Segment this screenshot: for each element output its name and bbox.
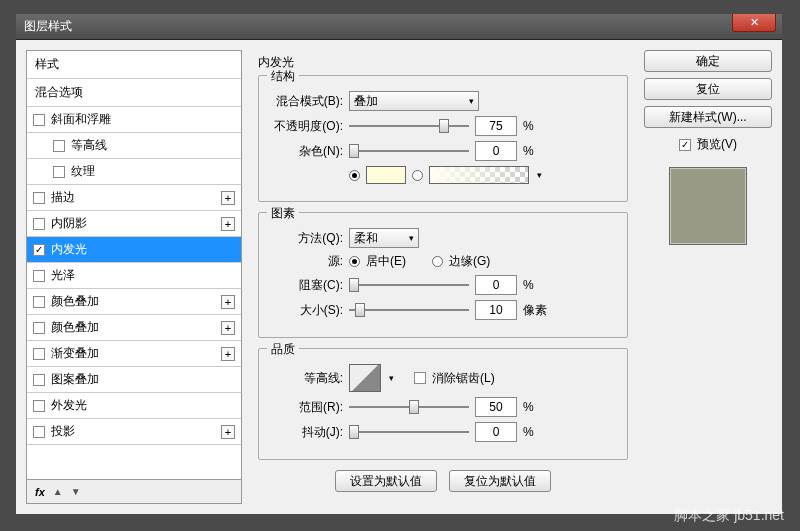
sidebar-item-label: 投影	[51, 423, 75, 440]
sidebar-item-label: 内发光	[51, 241, 87, 258]
sidebar-checkbox[interactable]	[53, 166, 65, 178]
range-label: 范围(R):	[271, 399, 343, 416]
sidebar-checkbox[interactable]	[33, 192, 45, 204]
new-style-button[interactable]: 新建样式(W)...	[644, 106, 772, 128]
sidebar-checkbox[interactable]	[33, 348, 45, 360]
technique-select[interactable]: 柔和▾	[349, 228, 419, 248]
plus-icon[interactable]: +	[221, 425, 235, 439]
color-swatch[interactable]	[366, 166, 406, 184]
jitter-label: 抖动(J):	[271, 424, 343, 441]
sidebar-checkbox[interactable]	[33, 218, 45, 230]
chevron-down-icon[interactable]: ▾	[389, 373, 394, 383]
plus-icon[interactable]: +	[221, 295, 235, 309]
styles-sidebar: 样式 混合选项 斜面和浮雕等高线纹理描边+内阴影+内发光光泽颜色叠加+颜色叠加+…	[26, 50, 242, 504]
close-button[interactable]: ✕	[732, 14, 776, 32]
jitter-unit: %	[523, 425, 547, 439]
blend-mode-select[interactable]: 叠加▾	[349, 91, 479, 111]
choke-slider[interactable]	[349, 277, 469, 293]
plus-icon[interactable]: +	[221, 321, 235, 335]
settings-panel: 内发光 结构 混合模式(B): 叠加▾ 不透明度(O): 75 % 杂色(N):	[250, 50, 636, 504]
fx-icon[interactable]: fx	[35, 486, 45, 498]
choke-unit: %	[523, 278, 547, 292]
sidebar-checkbox[interactable]	[33, 426, 45, 438]
sidebar-checkbox[interactable]	[33, 244, 45, 256]
source-edge-label: 边缘(G)	[449, 253, 490, 270]
sidebar-item-6[interactable]: 光泽	[27, 263, 241, 289]
sidebar-checkbox[interactable]	[33, 374, 45, 386]
arrow-down-icon[interactable]: ▼	[71, 486, 81, 497]
sidebar-checkbox[interactable]	[33, 296, 45, 308]
sidebar-item-1[interactable]: 等高线	[27, 133, 241, 159]
sidebar-item-8[interactable]: 颜色叠加+	[27, 315, 241, 341]
sidebar-checkbox[interactable]	[53, 140, 65, 152]
noise-input[interactable]: 0	[475, 141, 517, 161]
sidebar-item-label: 内阴影	[51, 215, 87, 232]
sidebar-checkbox[interactable]	[33, 400, 45, 412]
reset-button[interactable]: 复位	[644, 78, 772, 100]
antialias-label: 消除锯齿(L)	[432, 370, 495, 387]
structure-legend: 结构	[267, 68, 299, 85]
sidebar-item-11[interactable]: 外发光	[27, 393, 241, 419]
plus-icon[interactable]: +	[221, 347, 235, 361]
sidebar-checkbox[interactable]	[33, 114, 45, 126]
chevron-down-icon: ▾	[469, 96, 474, 106]
sidebar-item-3[interactable]: 描边+	[27, 185, 241, 211]
preview-label: 预览(V)	[697, 136, 737, 153]
sidebar-checkbox[interactable]	[33, 322, 45, 334]
opacity-label: 不透明度(O):	[271, 118, 343, 135]
sidebar-item-label: 等高线	[71, 137, 107, 154]
opacity-input[interactable]: 75	[475, 116, 517, 136]
plus-icon[interactable]: +	[221, 217, 235, 231]
arrow-up-icon[interactable]: ▲	[53, 486, 63, 497]
source-center-radio[interactable]	[349, 256, 360, 267]
range-slider[interactable]	[349, 399, 469, 415]
sidebar-item-9[interactable]: 渐变叠加+	[27, 341, 241, 367]
opacity-slider[interactable]	[349, 118, 469, 134]
gradient-picker[interactable]	[429, 166, 529, 184]
contour-picker[interactable]	[349, 364, 381, 392]
reset-default-button[interactable]: 复位为默认值	[449, 470, 551, 492]
sidebar-item-4[interactable]: 内阴影+	[27, 211, 241, 237]
sidebar-item-0[interactable]: 斜面和浮雕	[27, 107, 241, 133]
elements-legend: 图素	[267, 205, 299, 222]
jitter-slider[interactable]	[349, 424, 469, 440]
source-edge-radio[interactable]	[432, 256, 443, 267]
plus-icon[interactable]: +	[221, 191, 235, 205]
source-center-label: 居中(E)	[366, 253, 406, 270]
ok-button[interactable]: 确定	[644, 50, 772, 72]
sidebar-item-12[interactable]: 投影+	[27, 419, 241, 445]
jitter-input[interactable]: 0	[475, 422, 517, 442]
technique-label: 方法(Q):	[271, 230, 343, 247]
noise-slider[interactable]	[349, 143, 469, 159]
sidebar-item-2[interactable]: 纹理	[27, 159, 241, 185]
sidebar-item-10[interactable]: 图案叠加	[27, 367, 241, 393]
quality-group: 品质 等高线: ▾ 消除锯齿(L) 范围(R): 50 % 抖动(J):	[258, 348, 628, 460]
chevron-down-icon[interactable]: ▾	[537, 170, 542, 180]
contour-label: 等高线:	[271, 370, 343, 387]
color-radio[interactable]	[349, 170, 360, 181]
make-default-button[interactable]: 设置为默认值	[335, 470, 437, 492]
sidebar-checkbox[interactable]	[33, 270, 45, 282]
range-unit: %	[523, 400, 547, 414]
elements-group: 图素 方法(Q): 柔和▾ 源: 居中(E) 边缘(G) 阻塞(C):	[258, 212, 628, 338]
opacity-unit: %	[523, 119, 547, 133]
size-input[interactable]: 10	[475, 300, 517, 320]
antialias-checkbox[interactable]	[414, 372, 426, 384]
source-label: 源:	[271, 253, 343, 270]
sidebar-item-5[interactable]: 内发光	[27, 237, 241, 263]
sidebar-item-label: 描边	[51, 189, 75, 206]
size-label: 大小(S):	[271, 302, 343, 319]
preview-swatch	[669, 167, 747, 245]
preview-checkbox[interactable]	[679, 139, 691, 151]
title-bar: 图层样式 ✕	[16, 14, 782, 40]
sidebar-item-7[interactable]: 颜色叠加+	[27, 289, 241, 315]
range-input[interactable]: 50	[475, 397, 517, 417]
sidebar-item-label: 外发光	[51, 397, 87, 414]
choke-input[interactable]: 0	[475, 275, 517, 295]
sidebar-footer: fx ▲ ▼	[27, 479, 241, 503]
sidebar-header-blending[interactable]: 混合选项	[27, 79, 241, 107]
sidebar-header-styles[interactable]: 样式	[27, 51, 241, 79]
gradient-radio[interactable]	[412, 170, 423, 181]
noise-unit: %	[523, 144, 547, 158]
size-slider[interactable]	[349, 302, 469, 318]
